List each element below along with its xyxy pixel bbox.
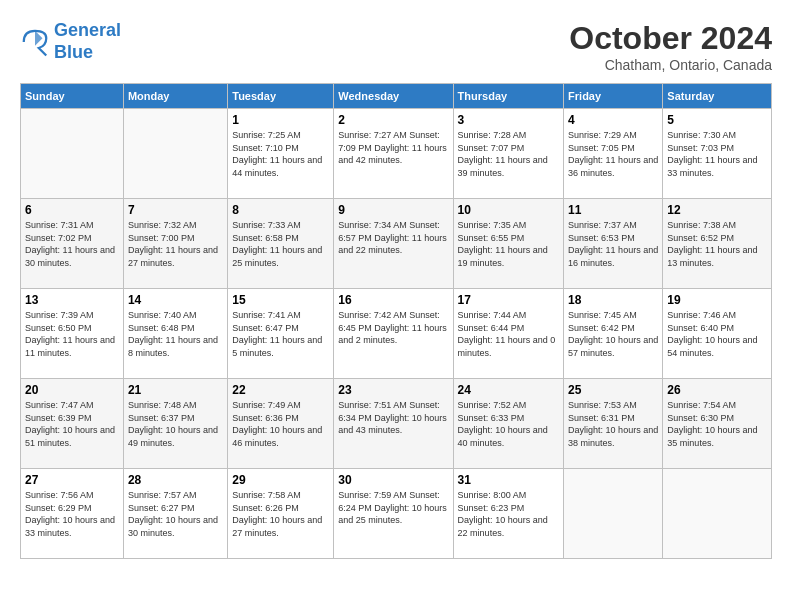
day-info: Sunrise: 7:29 AM Sunset: 7:05 PM Dayligh…	[568, 129, 658, 179]
calendar-week-row: 13Sunrise: 7:39 AM Sunset: 6:50 PM Dayli…	[21, 289, 772, 379]
day-info: Sunrise: 7:59 AM Sunset: 6:24 PM Dayligh…	[338, 489, 448, 527]
day-number: 11	[568, 203, 658, 217]
day-info: Sunrise: 7:42 AM Sunset: 6:45 PM Dayligh…	[338, 309, 448, 347]
calendar-day-cell	[663, 469, 772, 559]
day-number: 1	[232, 113, 329, 127]
calendar-day-cell: 1Sunrise: 7:25 AM Sunset: 7:10 PM Daylig…	[228, 109, 334, 199]
day-number: 14	[128, 293, 223, 307]
day-info: Sunrise: 7:41 AM Sunset: 6:47 PM Dayligh…	[232, 309, 329, 359]
day-number: 12	[667, 203, 767, 217]
calendar-day-cell: 21Sunrise: 7:48 AM Sunset: 6:37 PM Dayli…	[123, 379, 227, 469]
day-info: Sunrise: 7:45 AM Sunset: 6:42 PM Dayligh…	[568, 309, 658, 359]
weekday-header-cell: Monday	[123, 84, 227, 109]
calendar-day-cell: 20Sunrise: 7:47 AM Sunset: 6:39 PM Dayli…	[21, 379, 124, 469]
day-number: 17	[458, 293, 559, 307]
calendar-day-cell: 5Sunrise: 7:30 AM Sunset: 7:03 PM Daylig…	[663, 109, 772, 199]
day-info: Sunrise: 7:49 AM Sunset: 6:36 PM Dayligh…	[232, 399, 329, 449]
calendar-day-cell: 18Sunrise: 7:45 AM Sunset: 6:42 PM Dayli…	[564, 289, 663, 379]
calendar-day-cell: 11Sunrise: 7:37 AM Sunset: 6:53 PM Dayli…	[564, 199, 663, 289]
day-number: 7	[128, 203, 223, 217]
calendar-day-cell: 26Sunrise: 7:54 AM Sunset: 6:30 PM Dayli…	[663, 379, 772, 469]
weekday-header-row: SundayMondayTuesdayWednesdayThursdayFrid…	[21, 84, 772, 109]
logo-icon	[20, 27, 50, 57]
day-number: 24	[458, 383, 559, 397]
day-number: 26	[667, 383, 767, 397]
day-info: Sunrise: 7:52 AM Sunset: 6:33 PM Dayligh…	[458, 399, 559, 449]
weekday-header-cell: Friday	[564, 84, 663, 109]
calendar-day-cell: 16Sunrise: 7:42 AM Sunset: 6:45 PM Dayli…	[334, 289, 453, 379]
day-info: Sunrise: 7:31 AM Sunset: 7:02 PM Dayligh…	[25, 219, 119, 269]
day-info: Sunrise: 7:51 AM Sunset: 6:34 PM Dayligh…	[338, 399, 448, 437]
day-info: Sunrise: 7:25 AM Sunset: 7:10 PM Dayligh…	[232, 129, 329, 179]
day-number: 6	[25, 203, 119, 217]
weekday-header-cell: Tuesday	[228, 84, 334, 109]
calendar-week-row: 6Sunrise: 7:31 AM Sunset: 7:02 PM Daylig…	[21, 199, 772, 289]
day-info: Sunrise: 7:27 AM Sunset: 7:09 PM Dayligh…	[338, 129, 448, 167]
calendar-day-cell: 10Sunrise: 7:35 AM Sunset: 6:55 PM Dayli…	[453, 199, 563, 289]
day-number: 28	[128, 473, 223, 487]
calendar-body: 1Sunrise: 7:25 AM Sunset: 7:10 PM Daylig…	[21, 109, 772, 559]
calendar-day-cell: 27Sunrise: 7:56 AM Sunset: 6:29 PM Dayli…	[21, 469, 124, 559]
calendar-day-cell: 8Sunrise: 7:33 AM Sunset: 6:58 PM Daylig…	[228, 199, 334, 289]
day-info: Sunrise: 7:44 AM Sunset: 6:44 PM Dayligh…	[458, 309, 559, 359]
calendar-day-cell	[123, 109, 227, 199]
page-header: General Blue October 2024 Chatham, Ontar…	[20, 20, 772, 73]
day-number: 18	[568, 293, 658, 307]
day-number: 13	[25, 293, 119, 307]
calendar-day-cell: 29Sunrise: 7:58 AM Sunset: 6:26 PM Dayli…	[228, 469, 334, 559]
calendar-table: SundayMondayTuesdayWednesdayThursdayFrid…	[20, 83, 772, 559]
calendar-day-cell: 6Sunrise: 7:31 AM Sunset: 7:02 PM Daylig…	[21, 199, 124, 289]
day-number: 3	[458, 113, 559, 127]
day-number: 23	[338, 383, 448, 397]
day-number: 8	[232, 203, 329, 217]
calendar-week-row: 27Sunrise: 7:56 AM Sunset: 6:29 PM Dayli…	[21, 469, 772, 559]
day-number: 20	[25, 383, 119, 397]
logo-text: General Blue	[54, 20, 121, 63]
day-info: Sunrise: 7:32 AM Sunset: 7:00 PM Dayligh…	[128, 219, 223, 269]
day-number: 10	[458, 203, 559, 217]
day-number: 21	[128, 383, 223, 397]
location: Chatham, Ontario, Canada	[569, 57, 772, 73]
day-info: Sunrise: 7:53 AM Sunset: 6:31 PM Dayligh…	[568, 399, 658, 449]
weekday-header-cell: Saturday	[663, 84, 772, 109]
weekday-header-cell: Sunday	[21, 84, 124, 109]
calendar-day-cell: 28Sunrise: 7:57 AM Sunset: 6:27 PM Dayli…	[123, 469, 227, 559]
weekday-header-cell: Thursday	[453, 84, 563, 109]
calendar-day-cell: 3Sunrise: 7:28 AM Sunset: 7:07 PM Daylig…	[453, 109, 563, 199]
calendar-week-row: 1Sunrise: 7:25 AM Sunset: 7:10 PM Daylig…	[21, 109, 772, 199]
day-info: Sunrise: 7:40 AM Sunset: 6:48 PM Dayligh…	[128, 309, 223, 359]
day-info: Sunrise: 7:58 AM Sunset: 6:26 PM Dayligh…	[232, 489, 329, 539]
calendar-day-cell: 24Sunrise: 7:52 AM Sunset: 6:33 PM Dayli…	[453, 379, 563, 469]
calendar-day-cell: 25Sunrise: 7:53 AM Sunset: 6:31 PM Dayli…	[564, 379, 663, 469]
day-info: Sunrise: 7:39 AM Sunset: 6:50 PM Dayligh…	[25, 309, 119, 359]
day-number: 16	[338, 293, 448, 307]
day-number: 27	[25, 473, 119, 487]
calendar-day-cell: 19Sunrise: 7:46 AM Sunset: 6:40 PM Dayli…	[663, 289, 772, 379]
day-info: Sunrise: 7:28 AM Sunset: 7:07 PM Dayligh…	[458, 129, 559, 179]
calendar-day-cell: 2Sunrise: 7:27 AM Sunset: 7:09 PM Daylig…	[334, 109, 453, 199]
day-number: 25	[568, 383, 658, 397]
day-number: 2	[338, 113, 448, 127]
calendar-day-cell: 9Sunrise: 7:34 AM Sunset: 6:57 PM Daylig…	[334, 199, 453, 289]
day-info: Sunrise: 7:38 AM Sunset: 6:52 PM Dayligh…	[667, 219, 767, 269]
day-info: Sunrise: 7:30 AM Sunset: 7:03 PM Dayligh…	[667, 129, 767, 179]
weekday-header-cell: Wednesday	[334, 84, 453, 109]
day-info: Sunrise: 7:54 AM Sunset: 6:30 PM Dayligh…	[667, 399, 767, 449]
calendar-day-cell: 30Sunrise: 7:59 AM Sunset: 6:24 PM Dayli…	[334, 469, 453, 559]
calendar-day-cell: 23Sunrise: 7:51 AM Sunset: 6:34 PM Dayli…	[334, 379, 453, 469]
day-info: Sunrise: 7:48 AM Sunset: 6:37 PM Dayligh…	[128, 399, 223, 449]
calendar-day-cell: 14Sunrise: 7:40 AM Sunset: 6:48 PM Dayli…	[123, 289, 227, 379]
day-info: Sunrise: 7:34 AM Sunset: 6:57 PM Dayligh…	[338, 219, 448, 257]
calendar-day-cell: 15Sunrise: 7:41 AM Sunset: 6:47 PM Dayli…	[228, 289, 334, 379]
day-number: 31	[458, 473, 559, 487]
day-number: 15	[232, 293, 329, 307]
day-number: 22	[232, 383, 329, 397]
day-number: 29	[232, 473, 329, 487]
day-info: Sunrise: 7:56 AM Sunset: 6:29 PM Dayligh…	[25, 489, 119, 539]
title-block: October 2024 Chatham, Ontario, Canada	[569, 20, 772, 73]
calendar-day-cell: 22Sunrise: 7:49 AM Sunset: 6:36 PM Dayli…	[228, 379, 334, 469]
day-info: Sunrise: 7:57 AM Sunset: 6:27 PM Dayligh…	[128, 489, 223, 539]
calendar-week-row: 20Sunrise: 7:47 AM Sunset: 6:39 PM Dayli…	[21, 379, 772, 469]
day-number: 4	[568, 113, 658, 127]
day-info: Sunrise: 7:47 AM Sunset: 6:39 PM Dayligh…	[25, 399, 119, 449]
